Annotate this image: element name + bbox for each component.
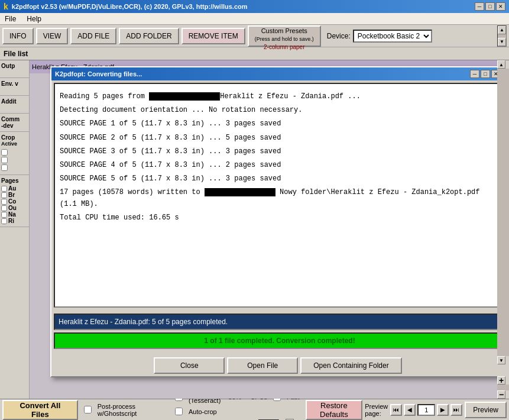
- info-button[interactable]: INFO: [2, 28, 34, 44]
- last-page-btn[interactable]: ⏭: [450, 404, 462, 416]
- menu-bar: File Help: [0, 13, 509, 25]
- file-list-label: File list: [4, 50, 28, 58]
- left-labels: Outp Env. v Addit Comm -dev Crop Active: [0, 60, 30, 399]
- close-button[interactable]: Close: [154, 357, 225, 374]
- toolbar-scrollbar: ▲ ▼: [497, 25, 507, 47]
- crop-check-2[interactable]: [1, 157, 8, 163]
- app-title: k2pdfopt v2.53 (w/MuPDF,DjVuLibre,OCR), …: [12, 3, 248, 10]
- custom-presets-sub: (Press and hold to save.): [255, 35, 314, 43]
- page-ri[interactable]: [1, 218, 7, 224]
- crop-check-1[interactable]: [1, 149, 8, 156]
- log-line-1: Detecting document orientation ... No ro…: [60, 105, 496, 116]
- bottom-bar: Convert All Files Smart line breaks Post…: [0, 399, 509, 420]
- auto-crop-option: Auto-crop: [173, 406, 302, 416]
- prev-page-btn[interactable]: ◀: [404, 404, 416, 416]
- add-file-button[interactable]: ADD FILE: [70, 28, 116, 44]
- log-line-2: SOURCE PAGE 1 of 5 (11.7 x 8.3 in) ... 3…: [60, 118, 496, 130]
- next-page-btn[interactable]: ▶: [437, 404, 449, 416]
- menu-help[interactable]: Help: [24, 15, 44, 23]
- log-line-7: 17 pages (10578 words) written to Nowy f…: [60, 187, 496, 209]
- crop-check-3[interactable]: [1, 164, 8, 171]
- redacted-path-2: [205, 188, 275, 196]
- scroll-down-arrow[interactable]: ▼: [498, 38, 506, 46]
- file-progress-text: Heraklit z Efezu - Zdania.pdf: 5 of 5 pa…: [59, 318, 228, 326]
- total-progress-bar: 1 of 1 file completed. Conversion comple…: [54, 332, 497, 349]
- scroll-zoom-out[interactable]: −: [497, 390, 505, 399]
- crop-label: Crop Active: [0, 132, 29, 175]
- preview-button[interactable]: Preview: [465, 402, 507, 418]
- post-process-check[interactable]: [84, 406, 92, 413]
- log-line-3: SOURCE PAGE 2 of 5 (11.7 x 8.3 in) ... 5…: [60, 133, 496, 144]
- log-line-4: SOURCE PAGE 3 of 5 (11.7 x 8.3 in) ... 3…: [60, 146, 496, 157]
- conversion-dialog: K2pdfopt: Converting files... ─ □ ✕ Read…: [50, 66, 497, 377]
- view-button[interactable]: VIEW: [36, 28, 69, 44]
- custom-presets-value: 2-column paper: [255, 43, 314, 51]
- page-ou[interactable]: [1, 205, 7, 211]
- preview-nav: ⏮ ◀ ▶ ⏭: [390, 404, 462, 416]
- dialog-footer: Close Open File Open Containing Folder: [51, 355, 497, 376]
- dialog-title: K2pdfopt: Converting files...: [55, 70, 142, 77]
- output-label: Outp: [0, 60, 29, 78]
- log-line-6: SOURCE PAGE 5 of 5 (11.7 x 8.3 in) ... 3…: [60, 173, 496, 185]
- open-folder-button[interactable]: Open Containing Folder: [300, 357, 401, 374]
- progress-area: Heraklit z Efezu - Zdania.pdf: 5 of 5 pa…: [51, 310, 497, 355]
- preview-controls: Restore Defaults Preview page: ⏮ ◀ ▶ ⏭ P…: [306, 400, 507, 420]
- convert-button[interactable]: Convert All Files: [2, 400, 78, 420]
- toolbar: INFO VIEW ADD FILE ADD FOLDER REMOVE ITE…: [0, 25, 509, 47]
- log-line-5: SOURCE PAGE 4 of 5 (11.7 x 8.3 in) ... 2…: [60, 160, 496, 171]
- total-progress-fill: 1 of 1 file completed. Conversion comple…: [55, 334, 497, 348]
- dialog-controls: ─ □ ✕: [470, 70, 497, 78]
- preview-label: Preview page:: [365, 403, 388, 417]
- scroll-up-arrow[interactable]: ▲: [498, 26, 506, 34]
- log-line-8: Total CPU time used: 16.65 s: [60, 212, 496, 224]
- post-process-option: Post-process w/Ghostscript: [82, 402, 163, 418]
- total-progress-text: 1 of 1 file completed. Conversion comple…: [204, 337, 355, 345]
- scroll-right-up[interactable]: ▲: [497, 60, 505, 69]
- post-process-label: Post-process w/Ghostscript: [98, 403, 161, 417]
- dialog-minimize-button[interactable]: ─: [470, 70, 479, 78]
- dialog-title-bar: K2pdfopt: Converting files... ─ □ ✕: [51, 67, 497, 80]
- page-co[interactable]: [1, 199, 7, 205]
- addit-label: Addit: [0, 96, 29, 114]
- restore-button[interactable]: Restore Defaults: [306, 400, 363, 420]
- page-na[interactable]: [1, 212, 7, 218]
- remove-item-button[interactable]: REMOVE ITEM: [181, 28, 245, 44]
- title-bar: k k2pdfopt v2.53 (w/MuPDF,DjVuLibre,OCR)…: [0, 0, 509, 13]
- open-file-button[interactable]: Open File: [227, 357, 298, 374]
- first-page-btn[interactable]: ⏮: [390, 404, 402, 416]
- dialog-log[interactable]: Reading 5 pages from Heraklit z Efezu - …: [54, 83, 497, 308]
- page-br[interactable]: [1, 192, 7, 198]
- maximize-button[interactable]: □: [485, 2, 495, 11]
- main-panel: Heraklit z Efezu - Zdania.pdf K2pdfopt: …: [30, 60, 497, 399]
- add-folder-button[interactable]: ADD FOLDER: [119, 28, 179, 44]
- command-label: Comm -dev: [0, 114, 29, 132]
- auto-crop-label: Auto-crop: [189, 408, 217, 415]
- menu-file[interactable]: File: [2, 15, 18, 23]
- file-progress-fill: Heraklit z Efezu - Zdania.pdf: 5 of 5 pa…: [55, 315, 497, 329]
- page-number-input[interactable]: [417, 404, 435, 416]
- scroll-right-down[interactable]: ▼: [497, 356, 505, 364]
- dialog-maximize-button[interactable]: □: [481, 70, 490, 78]
- minimize-button[interactable]: ─: [475, 2, 484, 11]
- close-button[interactable]: ✕: [496, 2, 505, 11]
- right-scrollbar: ▲ ▼ + −: [497, 60, 509, 399]
- custom-presets-button[interactable]: Custom Presets (Press and hold to save.)…: [248, 25, 321, 47]
- device-select[interactable]: Pocketbook Basic 2: [353, 30, 432, 43]
- auto-crop-check[interactable]: [175, 408, 183, 415]
- device-label: Device:: [327, 32, 351, 40]
- app-icon: k: [4, 2, 8, 11]
- page-au[interactable]: [1, 186, 7, 192]
- fixed-font-option: Fixed output font size ▲ ▼: [173, 418, 302, 420]
- dialog-close-button[interactable]: ✕: [491, 70, 497, 78]
- custom-presets-label: Custom Presets: [255, 27, 314, 35]
- pages-label: Pages Au Br Co Ou Na Ri: [0, 175, 29, 227]
- scroll-zoom-in[interactable]: +: [497, 376, 505, 385]
- main-area: Outp Env. v Addit Comm -dev Crop Active: [0, 60, 509, 399]
- dialog-overlay: K2pdfopt: Converting files... ─ □ ✕ Read…: [30, 60, 497, 399]
- file-progress-bar: Heraklit z Efezu - Zdania.pdf: 5 of 5 pa…: [54, 314, 497, 330]
- redacted-path-1: [149, 92, 220, 101]
- log-line-0: Reading 5 pages from Heraklit z Efezu - …: [60, 91, 496, 102]
- env-label: Env. v: [0, 78, 29, 96]
- window-controls: ─ □ ✕: [475, 2, 505, 11]
